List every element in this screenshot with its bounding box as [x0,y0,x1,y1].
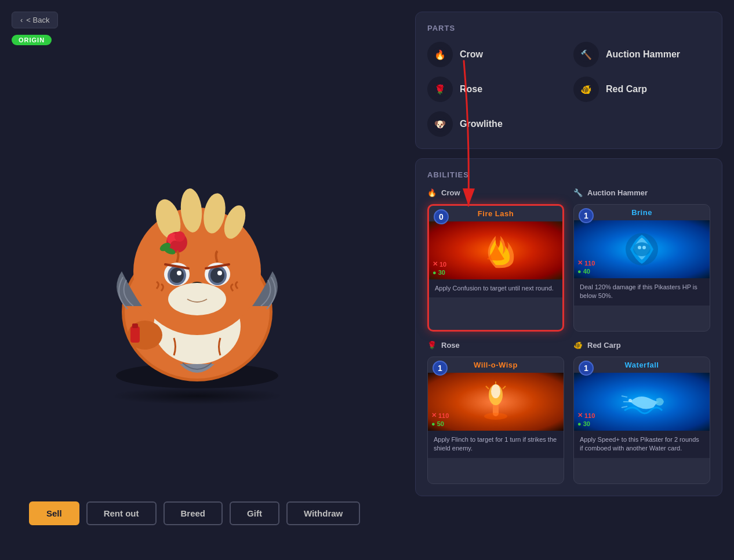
ability-group-rose-title: 🌹 Rose [427,341,564,350]
will-o-wisp-body: Apply Flinch to target for 1 turn if str… [428,431,564,458]
waterfall-image: ✕ 110 ● 30 [574,373,710,431]
svg-point-41 [638,246,641,249]
svg-text:🐠: 🐠 [580,84,592,95]
waterfall-hp: 30 [583,420,590,427]
brine-atk-icon: ✕ [577,259,583,267]
svg-rect-28 [132,323,138,328]
part-icon-red-carp: 🐠 [573,77,599,102]
brine-body: Deal 120% damage if this Pikasters HP is… [574,278,710,306]
waterfall-stats: ✕ 110 ● 30 [577,412,595,427]
ability-card-will-o-wisp[interactable]: 1 Will-o-Wisp [427,357,564,484]
waterfall-name: Waterfall [574,357,710,373]
fire-lash-atk: 10 [439,261,446,268]
red-carp-ability-label: Red Carp [587,341,621,350]
svg-text:🐶: 🐶 [434,119,446,130]
svg-text:🔨: 🔨 [580,49,592,60]
waterfall-desc: Apply Speed+ to this Pikaster for 2 roun… [580,435,704,453]
breed-button[interactable]: Breed [163,501,223,525]
svg-point-49 [484,413,507,420]
crow-ability-label: Crow [441,188,460,197]
abilities-grid: 🔥 Crow 0 Fire Lash [427,188,710,484]
part-name-auction-hammer: Auction Hammer [606,49,680,60]
ability-card-fire-lash[interactable]: 0 Fire Lash [427,204,564,332]
will-o-wisp-hp-icon: ● [431,420,435,427]
fire-lash-name: Fire Lash [429,206,562,221]
will-o-wisp-image: ✕ 110 ● 50 [428,373,564,431]
auction-hammer-ability-label: Auction Hammer [587,188,648,197]
creature-image [75,155,319,399]
part-name-crow: Crow [460,49,483,60]
ability-group-auction-hammer: 🔧 Auction Hammer 1 Brine [573,188,710,332]
fire-lash-stats: ✕ 10 ● 30 [433,260,446,276]
svg-point-25 [168,283,226,315]
fire-lash-cost: 0 [434,209,449,224]
svg-point-40 [633,242,651,256]
fire-lash-desc: Apply Confusion to target until next rou… [435,284,557,293]
svg-line-51 [622,396,627,397]
will-o-wisp-atk-icon: ✕ [431,412,437,419]
svg-text:🔥: 🔥 [434,49,446,60]
right-panel: Parts 🔥 Crow 🔨 Auction Hammer [404,0,734,560]
ability-card-waterfall[interactable]: 1 Waterfall [573,357,710,484]
brine-cost: 1 [579,208,594,223]
part-icon-growlithe: 🐶 [427,111,453,137]
waterfall-body: Apply Speed+ to this Pikaster for 2 roun… [574,431,710,458]
svg-line-48 [486,386,489,389]
sell-button[interactable]: Sell [29,501,79,525]
brine-image: ✕ 110 ● 40 [574,220,710,278]
gift-button[interactable]: Gift [230,501,279,525]
rose-ability-icon: 🌹 [427,341,437,350]
part-icon-rose: 🌹 [427,77,453,102]
svg-point-18 [177,271,181,275]
part-item-growlithe: 🐶 Growlithe [427,111,564,137]
part-item-red-carp: 🐠 Red Carp [573,77,710,102]
abilities-title: Abilities [427,170,710,179]
part-name-red-carp: Red Carp [606,84,647,94]
will-o-wisp-name: Will-o-Wisp [428,357,564,373]
will-o-wisp-desc: Apply Flinch to target for 1 turn if str… [434,435,558,453]
parts-grid: 🔥 Crow 🔨 Auction Hammer 🌹 Rose [427,42,710,137]
ability-group-crow-title: 🔥 Crow [427,188,564,197]
will-o-wisp-cost: 1 [433,361,448,376]
fire-lash-image: ✕ 10 ● 30 [429,221,562,279]
ability-group-red-carp: 🐠 Red Carp 1 Waterfall [573,341,710,484]
will-o-wisp-atk: 110 [438,412,449,419]
abilities-section: Abilities 🔥 Crow 0 Fire Lash [415,158,722,496]
ability-group-red-carp-title: 🐠 Red Carp [573,341,710,350]
svg-text:🌹: 🌹 [434,84,446,95]
ability-group-auction-hammer-title: 🔧 Auction Hammer [573,188,710,197]
brine-hp-icon: ● [577,268,582,275]
waterfall-hp-icon: ● [577,420,582,427]
part-item-rose: 🌹 Rose [427,77,564,102]
brine-hp: 40 [583,268,590,275]
svg-point-22 [217,271,222,275]
brine-desc: Deal 120% damage if this Pikasters HP is… [580,283,704,301]
parts-title: Parts [427,24,710,32]
svg-point-11 [175,231,185,242]
brine-name: Brine [574,205,710,220]
part-icon-auction-hammer: 🔨 [573,42,599,67]
part-name-rose: Rose [460,84,482,94]
fire-lash-hp-icon: ● [433,269,437,276]
svg-point-17 [170,268,184,283]
red-carp-ability-icon: 🐠 [573,341,583,350]
ability-group-crow: 🔥 Crow 0 Fire Lash [427,188,564,332]
fire-lash-atk-icon: ✕ [433,260,438,268]
rent-out-button[interactable]: Rent out [86,501,157,525]
ability-group-rose: 🌹 Rose 1 Will-o-Wisp [427,341,564,484]
rose-ability-label: Rose [441,341,460,350]
ability-card-brine[interactable]: 1 Brine [573,204,710,332]
waterfall-cost: 1 [579,361,594,376]
part-item-crow: 🔥 Crow [427,42,564,67]
brine-atk: 110 [584,260,595,267]
withdraw-button[interactable]: Withdraw [286,501,360,525]
svg-line-53 [622,406,627,408]
action-buttons: Sell Rent out Breed Gift Withdraw [29,501,360,525]
svg-point-45 [491,384,500,398]
will-o-wisp-stats: ✕ 110 ● 50 [431,412,449,427]
part-item-auction-hammer: 🔨 Auction Hammer [573,42,710,67]
waterfall-atk-icon: ✕ [577,412,583,419]
creature-panel [0,0,394,560]
waterfall-atk: 110 [584,412,595,419]
svg-point-21 [210,268,224,283]
